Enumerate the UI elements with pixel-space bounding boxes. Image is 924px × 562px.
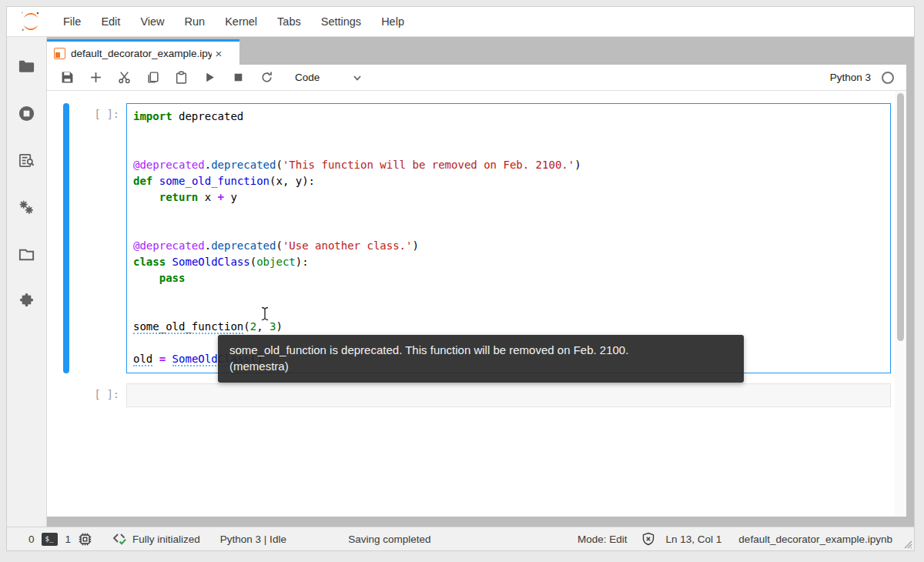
tooltip-message: some_old_function is deprecated. This fu… [229, 342, 732, 358]
menu-settings[interactable]: Settings [311, 11, 371, 32]
file-browser-icon [18, 58, 35, 75]
empty-code-cell[interactable]: [ ]: [47, 383, 906, 407]
notebook-toolbar: Code Python 3 [47, 65, 906, 91]
lsp-status-icon [112, 532, 128, 546]
tooltip-source: (memestra) [229, 358, 732, 374]
cursor-position-item[interactable]: Ln 13, Col 1 [666, 534, 722, 545]
run-icon [203, 71, 216, 84]
kernel-status-idle-icon[interactable] [882, 72, 894, 84]
cell-collapser[interactable] [63, 383, 69, 407]
status-bar: 0 $_ 1 Fully initialized Python 3 | Idle… [7, 527, 914, 550]
sidebar-item-property-inspector[interactable] [7, 184, 47, 231]
save-button[interactable] [54, 68, 81, 87]
copy-cells-button[interactable] [139, 68, 166, 87]
sidebar-item-running-kernels[interactable] [7, 90, 47, 137]
paste-cells-button[interactable] [168, 68, 195, 87]
notebook-tab[interactable]: default_decorator_example.ipynb × [47, 39, 239, 65]
text-cursor-icon [260, 306, 270, 321]
menu-run[interactable]: Run [175, 11, 216, 32]
sidebar-item-extension-manager[interactable] [7, 278, 47, 325]
kernel-status-text: Python 3 | Idle [220, 534, 286, 545]
code-editor[interactable]: import deprecated @deprecated.deprecated… [126, 103, 891, 373]
terminal-icon: $_ [42, 533, 58, 546]
menu-edit[interactable]: Edit [91, 11, 130, 32]
main-dock-panel: default_decorator_example.ipynb × [47, 37, 914, 527]
add-cell-icon [89, 71, 102, 84]
open-tabs-icon [18, 246, 35, 263]
cut-icon [118, 71, 131, 84]
menu-view[interactable]: View [130, 11, 174, 32]
deprecation-tooltip: some_old_function is deprecated. This fu… [218, 335, 744, 383]
save-icon [61, 71, 74, 84]
restart-kernel-icon [260, 71, 273, 84]
jupyterlab-window: File Edit View Run Kernel Tabs Settings … [6, 6, 915, 551]
filename-text: default_decorator_example.ipynb [738, 534, 892, 545]
notebook-icon [54, 48, 65, 59]
mode-text: Mode: Edit [578, 534, 628, 545]
sidebar-item-command-palette[interactable] [7, 137, 47, 184]
cell-type-dropdown[interactable]: Code [295, 72, 363, 83]
cell-input-prompt: [ ]: [69, 103, 126, 373]
running-sessions-item[interactable]: 0 $_ 1 [28, 532, 92, 547]
jupyter-logo-icon [19, 10, 42, 33]
menu-help[interactable]: Help [371, 11, 414, 32]
kernel-status-item[interactable]: Python 3 | Idle [220, 534, 286, 545]
kernels-count: 1 [65, 534, 72, 545]
tab-close-icon[interactable]: × [212, 47, 226, 60]
saving-status-item: Saving completed [348, 534, 430, 545]
lsp-status-item[interactable]: Fully initialized [112, 532, 200, 546]
scrollbar-thumb[interactable] [897, 93, 904, 341]
tab-title: default_decorator_example.ipynb [71, 48, 212, 59]
menu-kernel[interactable]: Kernel [215, 11, 267, 32]
cell-input-prompt: [ ]: [69, 383, 126, 407]
chevron-down-icon [352, 72, 363, 83]
restart-kernel-button[interactable] [253, 68, 280, 87]
resize-grip-icon[interactable] [902, 539, 912, 549]
notebook-panel: [ ]: import deprecated @deprecated.depre… [47, 91, 906, 517]
tab-bar: default_decorator_example.ipynb × [47, 37, 914, 65]
running-kernels-icon [18, 105, 35, 122]
add-cell-button[interactable] [82, 68, 109, 87]
left-sidebar [7, 37, 47, 527]
run-cell-button[interactable] [196, 68, 223, 87]
sidebar-item-file-browser[interactable] [7, 43, 47, 90]
notebook-scrollbar[interactable] [895, 91, 906, 517]
copy-icon [146, 71, 159, 84]
paste-icon [175, 71, 188, 84]
menu-tabs[interactable]: Tabs [267, 11, 311, 32]
lsp-status-text: Fully initialized [132, 534, 200, 545]
menu-file[interactable]: File [53, 11, 91, 32]
cursor-position-text: Ln 13, Col 1 [666, 534, 722, 545]
menu-bar: File Edit View Run Kernel Tabs Settings … [7, 7, 914, 37]
code-cell[interactable]: [ ]: import deprecated @deprecated.depre… [47, 103, 906, 373]
cell-collapser[interactable] [63, 103, 69, 373]
saving-status-text: Saving completed [348, 534, 430, 545]
kernel-chip-icon [78, 532, 92, 547]
property-inspector-icon [18, 199, 35, 216]
cell-type-value: Code [295, 72, 320, 83]
trust-status-item[interactable] [641, 532, 655, 546]
terminals-count: 0 [28, 534, 35, 545]
command-palette-icon [18, 152, 35, 169]
stop-icon [232, 71, 245, 84]
empty-code-editor[interactable] [126, 383, 891, 407]
shield-untrusted-icon [641, 532, 655, 546]
stop-kernel-button[interactable] [225, 68, 252, 87]
notebook-mode-item[interactable]: Mode: Edit [578, 534, 628, 545]
filename-item: default_decorator_example.ipynb [738, 534, 892, 545]
extension-manager-icon [18, 293, 35, 310]
sidebar-item-open-tabs[interactable] [7, 231, 47, 278]
kernel-name[interactable]: Python 3 [830, 72, 871, 83]
cut-cells-button[interactable] [111, 68, 138, 87]
